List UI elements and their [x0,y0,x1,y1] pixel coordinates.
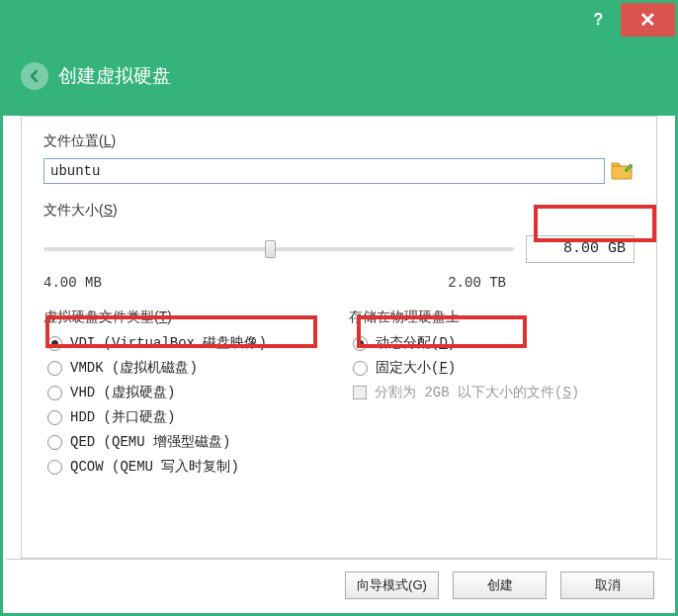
content-panel: 文件位置(L) 文件大小(S) 8.00 GB 4.00 MB 2.00 TB … [21,116,657,559]
radio-icon [47,460,62,475]
radio-icon [47,435,62,450]
radio-icon [47,336,62,351]
radio-icon [47,410,62,425]
guided-mode-button[interactable]: 向导模式(G) [345,572,439,599]
browse-folder-icon[interactable] [611,160,635,182]
size-max-label: 2.00 TB [448,275,506,291]
radio-vmdk[interactable]: VMDK (虚拟机磁盘) [43,359,329,377]
radio-vdi[interactable]: VDI (VirtualBox 磁盘映像) [43,334,329,352]
file-size-label: 文件大小(S) [43,202,635,220]
back-icon[interactable] [21,62,48,90]
radio-icon [47,386,62,400]
dialog-footer: 向导模式(G) 创建 取消 [6,559,672,610]
radio-hdd[interactable]: HDD (并口硬盘) [43,408,329,426]
dialog-title: 创建虚拟硬盘 [58,63,171,89]
close-button[interactable]: ✕ [621,3,675,37]
create-button[interactable]: 创建 [453,572,547,599]
radio-icon [353,361,368,376]
radio-fixed[interactable]: 固定大小(F) [349,359,635,377]
radio-icon [353,336,368,351]
file-type-label: 虚拟硬盘文件类型(T) [43,308,329,326]
radio-vhd[interactable]: VHD (虚拟硬盘) [43,384,329,401]
radio-qed[interactable]: QED (QEMU 增强型磁盘) [43,433,329,451]
size-value-input[interactable]: 8.00 GB [526,235,635,263]
slider-thumb-icon[interactable] [265,240,276,258]
titlebar: ? ✕ [3,3,675,37]
file-location-input[interactable] [43,158,605,184]
size-min-label: 4.00 MB [43,275,102,291]
storage-label: 存储在物理硬盘上 [349,308,635,326]
dialog-header: 创建虚拟硬盘 [3,37,675,116]
dialog-window: ? ✕ 创建虚拟硬盘 文件位置(L) 文件大小(S) 8.00 GB 4. [0,0,678,616]
radio-icon [47,361,62,376]
help-button[interactable]: ? [576,3,621,37]
file-location-label: 文件位置(L) [43,132,635,150]
size-slider[interactable] [43,247,514,251]
radio-qcow[interactable]: QCOW (QEMU 写入时复制) [43,458,329,476]
cancel-button[interactable]: 取消 [560,572,654,599]
radio-dynamic[interactable]: 动态分配(D) [349,334,635,352]
checkbox-split-2gb: 分割为 2GB 以下大小的文件(S) [349,384,635,401]
checkbox-icon [353,386,367,399]
